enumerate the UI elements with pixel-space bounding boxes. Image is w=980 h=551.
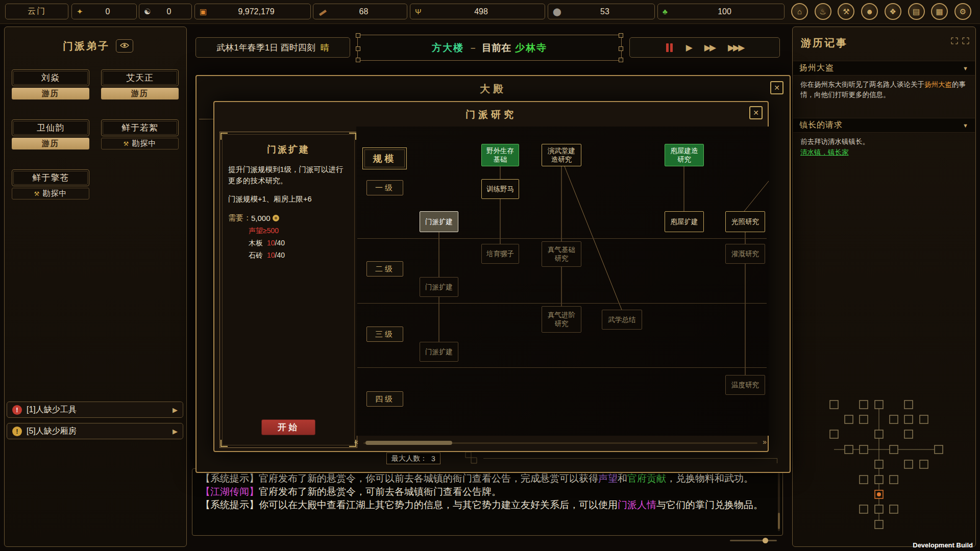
chevron-down-icon[interactable]: ▼ [963,65,969,71]
fast-forward-button[interactable]: ▶▶ [704,42,715,53]
current-character-frame: 方大楼 － 目前在 少林寺 [357,35,622,61]
disciples-icon[interactable]: ☻ [861,3,878,20]
town-minimap [793,384,976,547]
research-node[interactable]: 灌溉研究 [725,244,765,264]
journal-entry-header[interactable]: 扬州大盗 ▼ [793,61,975,76]
research-node[interactable]: 门派扩建 [420,211,458,232]
log-message: 【江湖传闻】官府发布了新的悬赏令，可前去各城镇衙门查看公告牌。 [201,485,769,498]
research-node[interactable]: 庖屋建造 研究 [665,144,704,166]
alert-red[interactable]: ![1]人缺少工具▶ [7,402,183,418]
dash-separator: － [468,41,478,55]
disciples-panel-title: 门派弟子 [63,39,110,53]
research-node[interactable]: 光照研究 [725,211,765,232]
disciple-status: ⚒勘探中 [101,138,179,149]
disciple-status: 游历 [12,88,89,99]
material-requirement: 木板10/40 [249,239,349,248]
journal-entry-header[interactable]: 镇长的请求 ▼ [793,118,975,133]
play-button[interactable]: ▶ [686,42,691,53]
disciple-name-button[interactable]: 卫仙韵 [12,119,89,136]
expand-corners-icon[interactable] [951,37,958,46]
tree-level-label: 三级 [366,327,403,342]
settings-icon[interactable]: ⚙ [954,3,971,20]
max-people-box: 最大人数： 3 [386,453,440,464]
fastest-forward-button[interactable]: ▶▶▶ [728,42,743,53]
tools-icon[interactable]: ⚒ [838,3,854,20]
research-node[interactable]: 演武堂建 造研究 [542,144,581,166]
vegetable-icon: ♣ [663,8,668,15]
disciple-name-button[interactable]: 鲜于擎苍 [12,169,89,186]
slider-thumb[interactable] [763,538,768,543]
max-people-label: 最大人数： [391,454,427,463]
research-node[interactable]: 训练野马 [481,179,519,199]
research-modal-title: 门派研究 [214,108,768,121]
research-effect: 门派规模+1、厢房上限+6 [228,194,349,204]
eye-icon [120,41,129,51]
alert-yellow[interactable]: ![5]人缺少厢房▶ [7,423,183,439]
disciple-status: 游历 [101,88,179,99]
frame-ornament [199,119,214,124]
research-node[interactable]: 门派扩建 [420,342,458,362]
trade-icon[interactable]: ❖ [885,3,901,20]
yinyang-counter: ☯0 [139,4,192,19]
message-log-panel: 【系统提示】官府发布了新的悬赏令，你可以前去各城镇的衙门查看公告，完成悬赏可以获… [192,468,783,536]
pick-icon: ⚒ [124,140,130,147]
log-scrollbar[interactable] [778,473,780,531]
rooms-icon[interactable]: ♨ [815,3,831,20]
scroll-left-icon[interactable]: « [354,438,358,446]
journal-panel: 游历记事 扬州大盗 ▼ 你在扬州东大街听见了两名路人谈论关于扬州大盗的事情，向他… [792,27,976,547]
chevron-down-icon[interactable]: ▼ [963,122,969,129]
pause-button[interactable] [666,43,673,52]
jade-hook-value: 0 [99,7,110,16]
research-node[interactable]: 培育骡子 [481,244,519,264]
frame-ornament [619,33,623,38]
cost-label: 需要： [228,213,251,223]
location-link[interactable]: 清水镇，镇长家 [793,147,975,158]
hall-close-button[interactable]: ✕ [770,81,783,94]
disciple-name-button[interactable]: 鲜于若絮 [101,119,179,136]
tree-level-label: 四级 [366,391,403,407]
frame-ornament [356,58,360,62]
alert-red-icon: ! [12,405,22,415]
start-research-button[interactable]: 开始 [261,419,315,435]
research-node[interactable]: 真气进阶 研究 [542,306,581,333]
wood-value: 68 [352,7,369,16]
grain-icon: Ψ [415,8,422,15]
jade-hook-counter: ✦0 [71,4,137,19]
scroll-right-icon[interactable]: » [763,438,767,446]
collapse-corners-icon[interactable] [962,37,969,46]
research-node[interactable]: 庖屋扩建 [665,211,704,232]
research-detail-panel: 门派扩建 提升门派规模到1级，门派可以进行更多的技术研究。 门派规模+1、厢房上… [219,132,357,448]
log-message: 【系统提示】你可以在大殿中查看江湖上其它势力的信息，与其它势力建立友好关系后，可… [201,498,769,512]
frame-ornament [356,33,360,38]
pick-icon: ⚒ [34,190,40,197]
manual-icon[interactable]: ▦ [931,3,948,20]
records-icon[interactable]: ▤ [908,3,925,20]
journal-title: 游历记事 [801,36,848,50]
sect-button[interactable]: 云门 [5,4,68,19]
research-close-button[interactable]: ✕ [749,106,763,119]
jade-hook-icon: ✦ [77,8,83,15]
scrollbar-thumb[interactable] [365,441,452,445]
journal-entry-title: 扬州大盗 [799,63,834,73]
research-node[interactable]: 野外生存 基础 [481,144,519,166]
tree-scrollbar[interactable]: « » [356,439,765,447]
wood-icon: ▬ [316,6,327,17]
research-node[interactable]: 温度研究 [725,375,765,395]
research-node[interactable]: 武学总结 [602,310,642,330]
research-node[interactable]: 门派扩建 [420,277,458,297]
journal-entry: 扬州大盗 ▼ 你在扬州东大街听见了两名路人谈论关于扬州大盗的事情，向他们打听更多… [793,61,975,100]
pavilion-icon[interactable]: ⌂ [791,3,808,20]
disciple-name-button[interactable]: 艾天正 [101,69,179,86]
frame-ornament [356,46,360,51]
disciple-card: 卫仙韵游历 [12,119,89,149]
disciple-name-button[interactable]: 刘焱 [12,69,89,86]
research-detail-title: 门派扩建 [228,143,349,156]
log-zoom-slider[interactable] [730,537,777,543]
silver-value: 9,972,179 [231,7,274,16]
disciple-card: 鲜于擎苍⚒勘探中 [12,169,89,199]
research-node[interactable]: 真气基础 研究 [542,241,581,267]
silver-icon: ▣ [200,8,207,15]
eye-toggle-button[interactable] [116,39,133,53]
location-name[interactable]: 少林寺 [515,41,547,55]
character-name[interactable]: 方大楼 [432,41,464,55]
